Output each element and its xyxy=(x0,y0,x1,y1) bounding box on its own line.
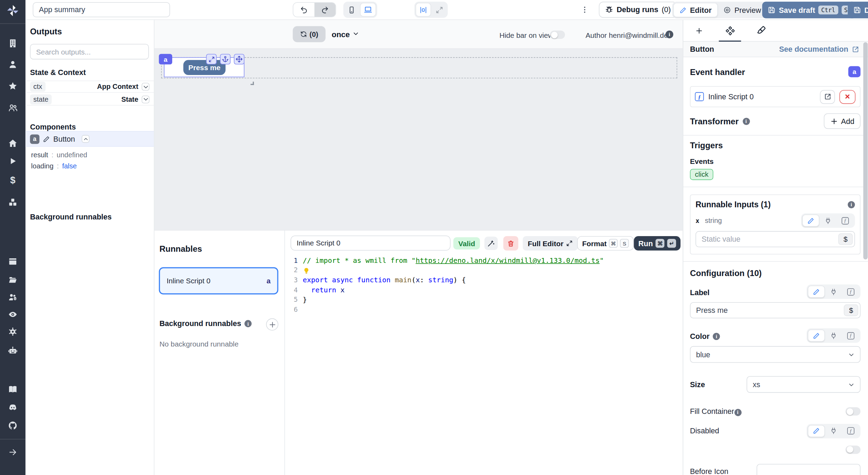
refresh-mode-label[interactable]: once xyxy=(332,30,350,39)
static-mode-button[interactable] xyxy=(808,330,825,342)
folder-icon[interactable] xyxy=(8,275,17,285)
before-icon-input[interactable] xyxy=(757,464,860,475)
users-icon[interactable] xyxy=(8,103,17,112)
lightbulb-icon[interactable] xyxy=(303,267,310,274)
calendar-icon[interactable] xyxy=(8,256,17,266)
ctx-row[interactable]: ctx App Context xyxy=(26,81,154,93)
add-transformer-button[interactable]: Add xyxy=(824,113,861,129)
info-icon[interactable]: i xyxy=(742,117,750,125)
search-outputs-input[interactable]: Search outputs... xyxy=(30,44,149,59)
event-script-row[interactable]: ƒ Inline Script 0 ✕ xyxy=(690,86,860,107)
info-icon[interactable]: i xyxy=(734,409,741,416)
mobile-view-button[interactable] xyxy=(344,3,359,17)
eval-mode-button[interactable]: ƒ xyxy=(842,425,860,437)
connect-mode-button[interactable] xyxy=(825,425,842,437)
result-prop[interactable]: result:undefined xyxy=(31,151,87,159)
eval-mode-button[interactable]: ƒ xyxy=(837,215,854,227)
undo-button[interactable] xyxy=(293,3,315,17)
robot-icon[interactable] xyxy=(8,346,17,355)
code-line[interactable]: 3export async function main(x: string) { xyxy=(285,275,683,285)
size-select[interactable]: xs xyxy=(746,376,860,393)
see-documentation-link[interactable]: See documentation xyxy=(779,45,859,53)
book-icon[interactable] xyxy=(8,385,17,394)
users-gear-icon[interactable] xyxy=(8,292,17,302)
resize-handle[interactable] xyxy=(251,82,254,85)
eye-icon[interactable] xyxy=(8,310,17,319)
loading-prop[interactable]: loading:false xyxy=(31,162,77,170)
remove-script-button[interactable]: ✕ xyxy=(840,90,856,103)
cubes-icon[interactable] xyxy=(8,198,17,207)
anchor-handle-button[interactable] xyxy=(220,54,231,64)
connect-mode-button[interactable] xyxy=(825,285,842,298)
app-summary-input[interactable]: App summary xyxy=(33,2,170,17)
add-background-runnable-button[interactable] xyxy=(266,318,278,331)
delete-script-button[interactable] xyxy=(503,236,518,251)
dollar-icon[interactable]: $ xyxy=(10,175,15,186)
run-button[interactable]: Run ⌘ ↵ xyxy=(634,236,681,251)
discord-icon[interactable] xyxy=(8,403,17,412)
more-menu-button[interactable] xyxy=(581,6,589,14)
press-me-button[interactable]: Press me xyxy=(183,60,226,75)
refresh-button[interactable]: (0) xyxy=(293,26,325,42)
edit-id-icon[interactable] xyxy=(43,135,50,143)
ai-assist-button[interactable] xyxy=(484,237,498,250)
tab-insert[interactable] xyxy=(683,20,715,41)
format-button[interactable]: Format ⌘ S xyxy=(577,236,634,251)
eval-mode-button[interactable]: ƒ xyxy=(842,285,860,298)
code-line[interactable]: 4 return x xyxy=(285,285,683,294)
scrollbar-thumb[interactable] xyxy=(863,42,868,260)
tab-styling[interactable] xyxy=(745,20,777,41)
info-icon[interactable]: i xyxy=(848,201,855,208)
author-info-icon[interactable]: i xyxy=(666,31,673,38)
play-icon[interactable] xyxy=(8,156,17,166)
state-expand-button[interactable] xyxy=(142,95,149,103)
ctx-expand-button[interactable] xyxy=(142,83,149,90)
static-mode-button[interactable] xyxy=(808,425,825,437)
mode-chevron-icon[interactable] xyxy=(352,30,359,37)
building-icon[interactable] xyxy=(8,39,17,48)
github-icon[interactable] xyxy=(8,421,17,430)
fullscreen-button[interactable] xyxy=(432,3,447,17)
user-icon[interactable] xyxy=(8,60,17,69)
script-name-input[interactable]: Inline Script 0 xyxy=(291,235,451,250)
code-line[interactable]: 5} xyxy=(285,295,683,305)
editor-tab[interactable]: Editor xyxy=(673,3,718,17)
gear-icon[interactable] xyxy=(8,327,17,336)
tab-settings[interactable] xyxy=(715,20,746,41)
template-button[interactable]: $ xyxy=(838,233,853,245)
desktop-view-button[interactable] xyxy=(360,3,376,17)
code-line[interactable]: 1// import * as wmill from "https://deno… xyxy=(285,256,683,265)
full-editor-button[interactable]: Full Editor xyxy=(523,236,578,251)
code-line[interactable]: 2 xyxy=(285,265,683,275)
deploy-button[interactable]: Deploy xyxy=(848,2,868,18)
expand-handle-button[interactable] xyxy=(206,54,217,64)
static-mode-button[interactable] xyxy=(808,285,825,298)
info-icon[interactable]: i xyxy=(713,333,720,340)
inline-script-item[interactable]: Inline Script 0 a xyxy=(159,267,278,294)
disabled-toggle[interactable] xyxy=(845,445,860,453)
arrow-right-icon[interactable] xyxy=(8,448,17,457)
connect-mode-button[interactable] xyxy=(825,330,842,342)
fill-container-toggle[interactable] xyxy=(845,407,860,416)
debug-runs-button[interactable]: Debug runs(0) xyxy=(599,2,677,18)
star-icon[interactable] xyxy=(8,81,17,91)
label-input[interactable]: Press me $ xyxy=(690,302,860,318)
redo-button[interactable] xyxy=(315,3,336,17)
move-handle-button[interactable] xyxy=(234,54,244,64)
static-value-input[interactable]: Static value $ xyxy=(695,231,855,247)
code-line[interactable]: 6 xyxy=(285,305,683,314)
center-align-button[interactable] xyxy=(416,3,431,17)
state-row[interactable]: state State xyxy=(26,93,154,106)
template-button[interactable]: $ xyxy=(844,305,858,316)
preview-tab[interactable]: Preview xyxy=(718,3,767,17)
home-icon[interactable] xyxy=(8,139,17,148)
color-select[interactable]: blue xyxy=(690,346,860,363)
selected-component[interactable]: Press me xyxy=(164,57,244,77)
collapse-component-button[interactable] xyxy=(82,135,89,143)
windmill-logo-icon[interactable] xyxy=(6,4,19,17)
connect-mode-button[interactable] xyxy=(819,215,837,227)
component-row-button[interactable]: a Button xyxy=(26,131,154,147)
info-icon[interactable]: i xyxy=(244,320,252,327)
hide-bar-toggle[interactable] xyxy=(550,31,565,39)
app-canvas[interactable]: Press me a xyxy=(155,49,683,230)
